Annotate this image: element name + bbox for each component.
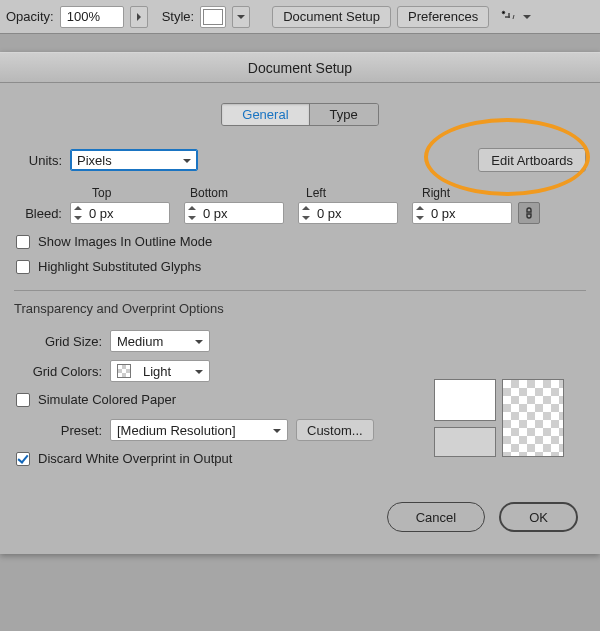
style-field[interactable] <box>200 6 226 28</box>
bleed-bottom-field[interactable]: 0 px <box>184 202 284 224</box>
grid-size-value: Medium <box>117 334 163 349</box>
units-value: Pixels <box>77 153 112 168</box>
chevron-down-icon <box>195 334 203 349</box>
bleed-label: Bleed: <box>14 206 62 221</box>
panel-menu-chevron-icon[interactable] <box>523 9 531 24</box>
dialog-tabs: General Type <box>14 103 586 126</box>
chevron-down-icon <box>195 364 203 379</box>
highlight-glyphs-label: Highlight Substituted Glyphs <box>38 259 201 274</box>
ok-button[interactable]: OK <box>499 502 578 532</box>
preset-value: [Medium Resolution] <box>117 423 236 438</box>
divider <box>14 290 586 291</box>
bleed-header-bottom: Bottom <box>186 186 302 200</box>
discard-white-checkbox[interactable] <box>16 452 30 466</box>
style-dropdown-icon[interactable] <box>232 6 250 28</box>
show-images-outline-label: Show Images In Outline Mode <box>38 234 212 249</box>
preferences-button[interactable]: Preferences <box>397 6 489 28</box>
bleed-right-value: 0 px <box>431 206 456 221</box>
chevron-down-icon <box>273 423 281 438</box>
chevron-down-icon <box>183 153 191 168</box>
tab-type[interactable]: Type <box>309 104 378 125</box>
bleed-top-value: 0 px <box>89 206 114 221</box>
transparency-preview-white <box>434 379 496 421</box>
preset-select[interactable]: [Medium Resolution] <box>110 419 288 441</box>
checker-swatch-icon <box>117 364 131 378</box>
tab-general[interactable]: General <box>222 104 308 125</box>
simulate-paper-checkbox[interactable] <box>16 393 30 407</box>
show-images-outline-checkbox[interactable] <box>16 235 30 249</box>
opacity-flyout-icon[interactable] <box>130 6 148 28</box>
panel-menu-icon[interactable] <box>501 9 517 25</box>
edit-artboards-button[interactable]: Edit Artboards <box>478 148 586 172</box>
custom-button[interactable]: Custom... <box>296 419 374 441</box>
opacity-label: Opacity: <box>6 9 54 24</box>
bleed-right-field[interactable]: 0 px <box>412 202 512 224</box>
bleed-header-left: Left <box>302 186 418 200</box>
dialog-footer: Cancel OK <box>0 482 600 554</box>
discard-white-label: Discard White Overprint in Output <box>38 451 232 466</box>
grid-size-label: Grid Size: <box>14 334 102 349</box>
grid-colors-label: Grid Colors: <box>14 364 102 379</box>
preset-label: Preset: <box>14 423 102 438</box>
opacity-field[interactable]: 100% <box>60 6 124 28</box>
units-select[interactable]: Pixels <box>70 149 198 171</box>
dialog-title: Document Setup <box>0 53 600 83</box>
grid-colors-select[interactable]: Light <box>110 360 210 382</box>
spinner-icon[interactable] <box>187 205 197 221</box>
simulate-paper-label: Simulate Colored Paper <box>38 392 176 407</box>
bleed-bottom-value: 0 px <box>203 206 228 221</box>
transparency-section-title: Transparency and Overprint Options <box>14 301 586 316</box>
link-bleed-icon[interactable] <box>518 202 540 224</box>
spinner-icon[interactable] <box>301 205 311 221</box>
document-setup-dialog: Document Setup General Type Units: Pixel… <box>0 52 600 554</box>
grid-size-select[interactable]: Medium <box>110 330 210 352</box>
spinner-icon[interactable] <box>415 205 425 221</box>
spinner-icon[interactable] <box>73 205 83 221</box>
bleed-header-right: Right <box>418 186 534 200</box>
transparency-preview-gray <box>434 427 496 457</box>
transparency-preview-checker <box>502 379 564 457</box>
highlight-glyphs-checkbox[interactable] <box>16 260 30 274</box>
cancel-button[interactable]: Cancel <box>387 502 485 532</box>
grid-colors-value: Light <box>143 364 171 379</box>
bleed-top-field[interactable]: 0 px <box>70 202 170 224</box>
bleed-left-field[interactable]: 0 px <box>298 202 398 224</box>
bleed-header-top: Top <box>70 186 186 200</box>
style-swatch <box>203 9 223 25</box>
style-label: Style: <box>162 9 195 24</box>
units-label: Units: <box>14 153 62 168</box>
bleed-left-value: 0 px <box>317 206 342 221</box>
document-setup-button[interactable]: Document Setup <box>272 6 391 28</box>
control-bar: Opacity: 100% Style: Document Setup Pref… <box>0 0 600 34</box>
